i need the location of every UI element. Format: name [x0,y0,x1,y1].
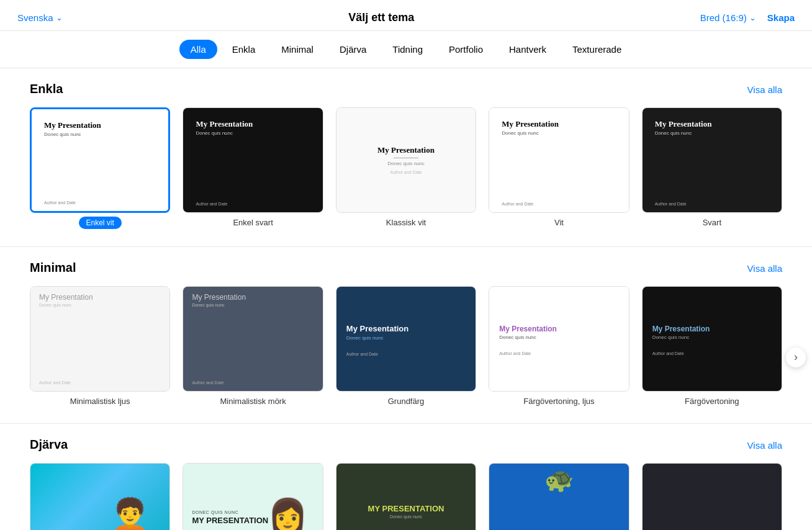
tab-texturerade[interactable]: Texturerade [561,40,633,59]
slide-subtitle: Donec quis nunc [192,510,238,514]
template-item-grundfarg[interactable]: My Presentation Donec quis nunc Author a… [336,286,476,406]
slide-subtitle: Donec quis nunc [196,130,310,136]
slide-title: My Presentation [39,293,161,302]
template-thumb-modern-skrift[interactable]: Donec quis nunc My Presentation [642,463,782,530]
template-item-overblick[interactable]: My Presentation Donec quis nunc Överblic… [336,463,476,530]
djarva-template-grid: 🧑‍🦱 Author and Date My Presentation Done… [30,463,782,530]
template-thumb-fargov[interactable]: My Presentation Donec quis nunc Author a… [642,286,782,392]
template-thumb-svart[interactable]: My Presentation Donec quis nunc Author a… [642,107,782,213]
slide-title: My Presentation [655,119,769,129]
section-minimal-visa-alla[interactable]: Visa alla [747,263,782,274]
template-item-fargov-ljus[interactable]: My Presentation Donec quis nunc Author a… [489,286,629,406]
djarv-person-illustration: 🧑‍🦱 [97,464,164,530]
template-thumb-min-mork[interactable]: My Presentation Donec quis nunc Author a… [183,286,323,392]
slide-preview-fargov-ljus: My Presentation Donec quis nunc Author a… [489,287,628,391]
template-item-presentation[interactable]: 👩 Donec quis nunc My Presentation Presen… [183,463,323,530]
tab-hantverk[interactable]: Hantverk [498,40,557,59]
section-minimal-title: Minimal [30,261,76,275]
section-minimal: Minimal Visa alla My Presentation Donec … [0,247,812,424]
slide-subtitle: Donec quis nunc [346,335,466,341]
slide-title: My Presentation [502,119,616,129]
template-item-djarv-farg[interactable]: 🧑‍🦱 Author and Date My Presentation Done… [30,463,170,530]
slide-title: My Presentation [377,145,435,155]
template-label-min-mork: Minimalistisk mörk [220,397,286,406]
enkla-template-grid: My Presentation Donec quis nunc Author a… [30,107,782,229]
language-selector[interactable]: Svenska ⌄ [17,12,63,23]
template-thumb-grundfarg[interactable]: My Presentation Donec quis nunc Author a… [336,286,476,392]
section-enkla: Enkla Visa alla My Presentation Donec qu… [0,68,812,247]
template-thumb-fargov-ljus[interactable]: My Presentation Donec quis nunc Author a… [489,286,629,392]
header-right-controls: Bred (16:9) ⌄ Skapa [700,12,795,23]
slide-title: My Presentation [196,119,310,129]
slide-subtitle: Donec quis nunc [387,161,425,166]
slide-title: My Presentation [192,293,314,302]
template-thumb-overblick[interactable]: My Presentation Donec quis nunc [336,463,476,530]
section-djarva-header: Djärva Visa alla [30,438,782,452]
tab-minimal[interactable]: Minimal [270,40,325,59]
create-button[interactable]: Skapa [767,12,795,23]
slide-author: Author and Date [655,198,769,206]
klassisk-divider [394,158,418,158]
slide-subtitle: Donec quis nunc [39,303,161,307]
template-item-enkel-vit[interactable]: My Presentation Donec quis nunc Author a… [30,107,170,229]
slide-preview-modern-skrift: Donec quis nunc My Presentation [643,464,782,530]
slide-subtitle: Donec quis nunc [502,130,616,136]
template-thumb-klassisk-vit[interactable]: My Presentation Donec quis nunc Author a… [336,107,476,213]
slide-author: Author and Date [346,348,466,356]
slide-subtitle: Donec quis nunc [192,303,314,307]
template-thumb-vit[interactable]: My Presentation Donec quis nunc Author a… [489,107,629,213]
template-item-svart[interactable]: My Presentation Donec quis nunc Author a… [642,107,782,227]
template-item-fargov[interactable]: My Presentation Donec quis nunc Author a… [642,286,782,406]
slide-preview-enkel-svart: My Presentation Donec quis nunc Author a… [183,108,322,212]
pres-text-block: Donec quis nunc My Presentation [192,505,314,525]
template-thumb-enkel-svart[interactable]: My Presentation Donec quis nunc Author a… [183,107,323,213]
tab-tidning[interactable]: Tidning [381,40,434,59]
slide-preview-min-mork: My Presentation Donec quis nunc Author a… [183,287,322,391]
section-djarva-visa-alla[interactable]: Visa alla [747,440,782,451]
slide-preview-overblick: My Presentation Donec quis nunc [336,464,476,530]
slide-author: Author and Date [39,377,161,385]
slide-author: Author and Date [196,198,310,206]
slide-preview-akademi: 🐢 Donec quis nunc My Presentation [489,464,628,530]
template-item-min-ljus[interactable]: My Presentation Donec quis nunc Author a… [30,286,170,406]
template-item-min-mork[interactable]: My Presentation Donec quis nunc Author a… [183,286,323,406]
slide-preview-djarv-farg: 🧑‍🦱 Author and Date My Presentation Done… [30,464,169,530]
template-label-fargov-ljus: Färgövertoning, ljus [523,397,594,406]
template-item-modern-skrift[interactable]: Donec quis nunc My Presentation Modern s… [642,463,782,530]
template-item-vit[interactable]: My Presentation Donec quis nunc Author a… [489,107,629,227]
template-thumb-enkel-vit[interactable]: My Presentation Donec quis nunc Author a… [30,107,170,213]
tab-djarva[interactable]: Djärva [328,40,377,59]
template-label-klassisk-vit: Klassisk vit [386,218,426,227]
slide-author: Author and Date [499,348,618,356]
slide-subtitle: Donec quis nunc [655,130,769,136]
slide-title: My Presentation [44,120,156,130]
section-djarva: Djärva Visa alla 🧑‍🦱 Author and Date My … [0,424,812,530]
slide-preview-grundfarg: My Presentation Donec quis nunc Author a… [336,287,476,391]
aspect-ratio-selector[interactable]: Bred (16:9) ⌄ [700,12,756,23]
template-item-klassisk-vit[interactable]: My Presentation Donec quis nunc Author a… [336,107,476,227]
slide-title: My Presentation [368,504,444,513]
tab-enkla[interactable]: Enkla [221,40,267,59]
slide-author: Author and Date [192,377,314,385]
tab-alla[interactable]: Alla [179,40,217,59]
slide-preview-svart: My Presentation Donec quis nunc Author a… [643,108,782,212]
template-thumb-akademi[interactable]: 🐢 Donec quis nunc My Presentation [489,463,629,530]
template-item-enkel-svart[interactable]: My Presentation Donec quis nunc Author a… [183,107,323,227]
tab-portfolio[interactable]: Portfolio [438,40,494,59]
template-thumb-djarv-farg[interactable]: 🧑‍🦱 Author and Date My Presentation Done… [30,463,170,530]
section-enkla-visa-alla[interactable]: Visa alla [747,84,782,95]
template-item-akademi[interactable]: 🐢 Donec quis nunc My Presentation Akadem… [489,463,629,530]
template-thumb-min-ljus[interactable]: My Presentation Donec quis nunc Author a… [30,286,170,392]
template-label-vit: Vit [554,218,564,227]
filter-bar: Alla Enkla Minimal Djärva Tidning Portfo… [0,31,812,68]
slide-subtitle: Donec quis nunc [652,335,772,340]
header: Svenska ⌄ Välj ett tema Bred (16:9) ⌄ Sk… [0,0,812,31]
section-djarva-title: Djärva [30,438,68,452]
template-thumb-presentation[interactable]: 👩 Donec quis nunc My Presentation [183,463,323,530]
page-title: Välj ett tema [63,11,700,24]
slide-title: My Presentation [652,325,772,333]
section-enkla-header: Enkla Visa alla [30,82,782,96]
scroll-right-arrow[interactable]: › [786,348,806,367]
section-minimal-header: Minimal Visa alla [30,261,782,275]
template-label-svart: Svart [703,218,721,227]
